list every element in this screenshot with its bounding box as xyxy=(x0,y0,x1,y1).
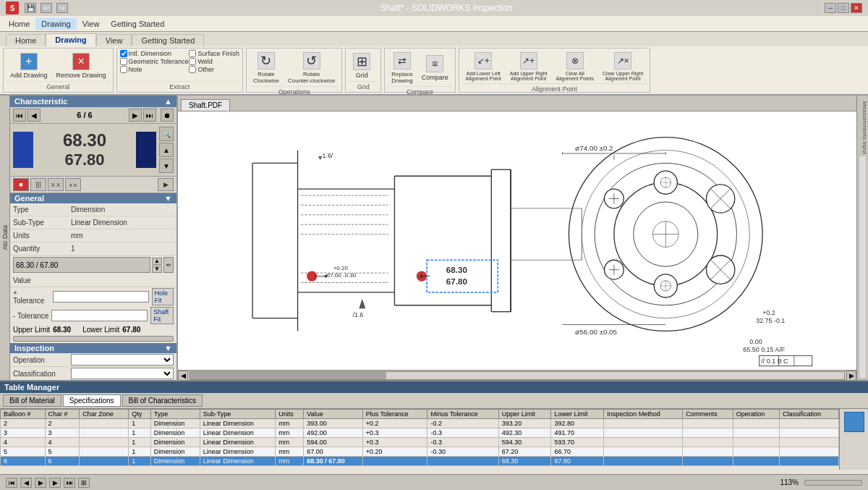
drawing-tab-shaft[interactable]: Shaft.PDF xyxy=(181,99,230,111)
add-lower-left-alignment-button[interactable]: ↙+ Add Lower LeftAlignment Point xyxy=(462,50,505,83)
tab-getting-started[interactable]: Getting Started xyxy=(132,34,204,46)
zoom-slider[interactable] xyxy=(804,480,862,486)
plus-tolerance-input[interactable] xyxy=(53,291,149,303)
operation-label: Operation xyxy=(13,356,71,364)
table-row[interactable]: 661DimensionLinear Dimensionmm68.30 / 67… xyxy=(1,457,839,466)
status-nav-last[interactable]: ⏭ xyxy=(64,478,75,488)
ct-red-square-button[interactable]: ■ xyxy=(13,178,29,191)
operation-select[interactable] xyxy=(71,354,174,366)
tab-home[interactable]: Home xyxy=(6,34,46,46)
shaft-fit-button[interactable]: Shaft Fit xyxy=(150,307,174,324)
ct-columns-button[interactable]: ||| xyxy=(30,178,46,191)
status-nav-play[interactable]: ▶ xyxy=(35,478,46,488)
status-grid-icon[interactable]: ⊞ xyxy=(78,478,90,488)
table-row[interactable]: 331DimensionLinear Dimensionmm492.00+0.3… xyxy=(1,428,839,438)
add-drawing-button[interactable]: + Add Drawing xyxy=(7,51,51,81)
ct-xx-button2[interactable]: x x xyxy=(65,178,81,191)
remove-drawing-button[interactable]: × Remove Drawing xyxy=(53,51,110,81)
char-collapse-icon[interactable]: ▲ xyxy=(164,97,172,106)
value-up-button[interactable]: ▲ xyxy=(152,258,162,265)
nav-first-button[interactable]: ⏮ xyxy=(13,109,26,122)
status-nav-prev[interactable]: ◀ xyxy=(20,478,32,488)
table-cell: 2 xyxy=(45,419,80,428)
svg-text:⌀56.00 ±0.05: ⌀56.00 ±0.05 xyxy=(575,328,617,336)
minus-tolerance-input[interactable] xyxy=(51,310,148,321)
table-row[interactable]: 441DimensionLinear Dimensionmm594.00+0.3… xyxy=(1,438,839,447)
scroll-left-button[interactable]: ◀ xyxy=(178,371,188,381)
grid-button[interactable]: ⊞ Grid xyxy=(349,51,375,81)
table-header-row: Balloon # Char # Char Zone Qty Type Sub-… xyxy=(1,410,839,419)
compare-button[interactable]: ≡ Compare xyxy=(418,53,452,83)
table-cell xyxy=(779,438,838,447)
checkbox-weld[interactable]: Weld xyxy=(189,58,239,65)
atc-data-label: Atc Data xyxy=(1,225,9,250)
table-cell: Dimension xyxy=(150,419,200,428)
status-nav-next[interactable]: ▶ xyxy=(49,478,61,488)
char-up-icon[interactable]: ▲ xyxy=(159,143,174,157)
clear-upper-right-alignment-button[interactable]: ↗× Clear Upper RightAlignment Point xyxy=(599,50,647,83)
add-upper-right-alignment-button[interactable]: ↗+ Add Upper RightAlignment Point xyxy=(506,50,551,83)
classification-select[interactable] xyxy=(71,368,174,379)
char-zoom-icon[interactable]: 🔍 xyxy=(159,127,174,141)
ct-xx-button1[interactable]: X X xyxy=(48,178,64,191)
quick-access-redo[interactable]: ↪ xyxy=(56,3,68,13)
clear-all-alignment-button[interactable]: ⊗ Clear AllAlignment Points xyxy=(553,50,598,83)
minimize-button[interactable]: ─ xyxy=(825,3,836,13)
status-nav-first[interactable]: ⏮ xyxy=(6,478,17,488)
horizontal-scrollbar[interactable]: ◀ ▶ xyxy=(178,370,856,380)
nav-prev-button[interactable]: ◀ xyxy=(27,109,41,122)
char-down-icon[interactable]: ▼ xyxy=(159,159,174,173)
atc-data-sidebar[interactable]: Atc Data xyxy=(0,96,10,380)
drawing-canvas[interactable]: ▼ 1.6/ /1.6 68.30 67.80 +0.20 67.00 -0 xyxy=(178,111,856,370)
quick-access-undo[interactable]: ↩ xyxy=(41,3,52,13)
ribbon-group-compare: ⇄ ReplaceDrawing ≡ Compare Compare xyxy=(384,48,455,93)
tm-tab-boc[interactable]: Bill of Characteristics xyxy=(122,394,203,407)
tm-color-swatch xyxy=(844,412,864,432)
value-down-button[interactable]: ▼ xyxy=(152,266,162,273)
scroll-track[interactable] xyxy=(190,371,845,380)
tm-tab-specs[interactable]: Specifications xyxy=(63,394,121,407)
hole-fit-button[interactable]: Hole Fit xyxy=(152,288,174,305)
nav-record-button[interactable]: ⏺ xyxy=(161,109,174,122)
menu-view[interactable]: View xyxy=(77,18,106,30)
checkbox-other[interactable]: Other xyxy=(189,66,239,73)
inspection-section-header[interactable]: Inspection ▼ xyxy=(10,343,176,353)
characteristics-table: Balloon # Char # Char Zone Qty Type Sub-… xyxy=(0,409,839,466)
checkbox-intl-dimension[interactable]: Intl. Dimension xyxy=(120,50,189,57)
checkbox-geometric-tolerance[interactable]: Geometric Tolerance xyxy=(120,58,189,65)
general-section-toggle[interactable]: ▼ xyxy=(164,194,172,203)
maximize-button[interactable]: □ xyxy=(838,3,849,13)
close-button[interactable]: ✕ xyxy=(851,3,862,13)
tab-drawing[interactable]: Drawing xyxy=(46,33,95,46)
table-cell: 6 xyxy=(1,457,46,466)
table-cell: Linear Dimension xyxy=(200,457,276,466)
svg-text:0.00: 0.00 xyxy=(749,338,762,345)
quick-access-save[interactable]: 💾 xyxy=(25,3,36,13)
replace-drawing-button[interactable]: ⇄ ReplaceDrawing xyxy=(388,50,416,86)
nav-last-button[interactable]: ⏭ xyxy=(143,109,156,122)
inspection-section-toggle[interactable]: ▼ xyxy=(164,344,172,352)
table-cell: -0.3 xyxy=(427,438,498,447)
checkbox-surface-finish[interactable]: Surface Finish xyxy=(189,50,239,57)
rotate-counterclockwise-button[interactable]: ↺ RotateCounter-clockwise xyxy=(284,50,339,86)
nav-next-button[interactable]: ▶ xyxy=(129,109,142,122)
checkbox-note[interactable]: Note xyxy=(120,66,189,73)
general-section-header[interactable]: General ▼ xyxy=(10,193,176,203)
ct-arrow-button[interactable]: ▶ xyxy=(158,178,174,191)
value-edit-button[interactable]: ✏ xyxy=(163,257,174,273)
minus-tolerance-row: - Tolerance Shaft Fit xyxy=(10,306,176,325)
tm-table-wrapper[interactable]: Balloon # Char # Char Zone Qty Type Sub-… xyxy=(0,409,839,470)
tab-view[interactable]: View xyxy=(96,34,132,46)
table-row[interactable]: 221DimensionLinear Dimensionmm393.00+0.2… xyxy=(1,419,839,428)
table-row[interactable]: 551DimensionLinear Dimensionmm67.00+0.20… xyxy=(1,447,839,457)
col-minus-tol: Minus Tolerance xyxy=(427,410,498,419)
rotate-clockwise-button[interactable]: ↻ RotateClockwise xyxy=(250,50,283,86)
menu-home[interactable]: Home xyxy=(3,18,35,30)
table-cell: 3 xyxy=(1,428,46,438)
col-value: Value xyxy=(304,410,362,419)
tm-tab-bom[interactable]: Bill of Material xyxy=(3,394,61,407)
props-scrollbar[interactable] xyxy=(13,336,174,342)
scroll-right-button[interactable]: ▶ xyxy=(846,371,856,381)
menu-getting-started[interactable]: Getting Started xyxy=(105,18,170,30)
menu-drawing[interactable]: Drawing xyxy=(35,18,76,30)
